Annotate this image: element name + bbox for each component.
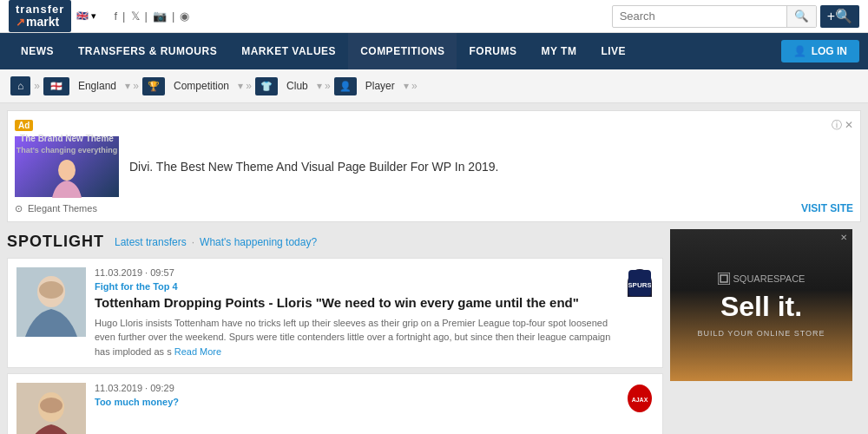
social-icons: f | 𝕏 | 📷 | ◉	[114, 10, 189, 23]
spotlight-links: Latest transfers · What's happening toda…	[115, 236, 317, 248]
article-2-body: 11.03.2019 · 09:29 Too much money?	[95, 383, 617, 434]
bc-arrow3: ▾ »	[238, 80, 252, 92]
svg-point-3	[39, 281, 63, 299]
club-label[interactable]: Club	[281, 76, 313, 95]
svg-text:AJAX: AJAX	[632, 397, 648, 403]
search-plus-button[interactable]: +🔍	[820, 5, 859, 28]
svg-rect-12	[720, 275, 727, 282]
nav-right: LOG IN	[781, 40, 859, 62]
instagram-icon[interactable]: 📷	[153, 10, 167, 23]
news-card-2: 11.03.2019 · 09:29 Too much money? AJAX	[7, 373, 663, 434]
nav-transfers[interactable]: TRANSFERS & RUMOURS	[66, 33, 229, 69]
bc-arrow4: ▾ »	[317, 80, 331, 92]
svg-point-8	[40, 398, 62, 413]
search-button[interactable]: 🔍	[786, 6, 816, 27]
advertiser-icon: ⊙	[15, 203, 23, 214]
ad-image: The Brand New Theme That's changing ever…	[15, 136, 119, 197]
nav-competitions[interactable]: COMPETITIONS	[348, 33, 457, 69]
main-nav: NEWS TRANSFERS & RUMOURS MARKET VALUES C…	[0, 33, 868, 69]
bc-arrow1: »	[34, 80, 40, 92]
svg-point-0	[58, 160, 76, 181]
news-card-1: 11.03.2019 · 09:57 Fight for the Top 4 T…	[7, 258, 663, 368]
ad-close-button[interactable]: ⓘ ✕	[832, 118, 853, 133]
competition-label[interactable]: Competition	[168, 76, 234, 95]
search-bar: 🔍	[612, 5, 817, 28]
squarespace-logo: SQUARESPACE	[718, 273, 806, 285]
article-2-badge: AJAX	[626, 383, 654, 414]
nav-live[interactable]: LIVE	[589, 33, 638, 69]
bc-club-item[interactable]: 👕 Club ▾ »	[255, 76, 331, 95]
nav-market-values[interactable]: MARKET VALUES	[229, 33, 348, 69]
logo[interactable]: transfer ↗markt 🇬🇧 ▾	[9, 0, 96, 32]
svg-rect-11	[718, 273, 730, 285]
ad-footer: ⊙ Elegant Themes VISIT SITE	[15, 202, 853, 214]
ad-banner: Ad ⓘ ✕ The Brand New Theme That's changi…	[7, 110, 861, 222]
bc-player-item[interactable]: 👤 Player ▾ »	[334, 76, 418, 95]
article-1-headline[interactable]: Tottenham Dropping Points - Lloris "We n…	[95, 294, 617, 312]
right-ad: ✕ SQUARESPACE Sell it. BUILD YOUR ONLINE…	[670, 229, 861, 434]
country-flag: 🏴󠁧󠁢󠁥󠁮󠁧󠁿	[43, 77, 69, 95]
club-icon: 👕	[255, 77, 278, 95]
article-1-category[interactable]: Fight for the Top 4	[95, 281, 617, 292]
country-label[interactable]: England	[73, 76, 122, 95]
bc-arrow5: ▾ »	[404, 80, 418, 92]
ad-person-icon	[45, 155, 89, 198]
spotlight-header: SPOTLIGHT Latest transfers · What's happ…	[7, 229, 663, 251]
happening-today-link[interactable]: What's happening today?	[200, 236, 317, 248]
advertiser-name: Elegant Themes	[28, 203, 97, 214]
dot-separator: ·	[192, 236, 194, 248]
ad-image-text: The Brand New Theme	[16, 134, 118, 143]
squarespace-ad[interactable]: ✕ SQUARESPACE Sell it. BUILD YOUR ONLINE…	[670, 229, 852, 381]
article-1-date: 11.03.2019 · 09:57	[95, 267, 617, 278]
bc-arrow2: ▾ »	[125, 80, 139, 92]
login-button[interactable]: LOG IN	[781, 40, 859, 62]
latest-transfers-link[interactable]: Latest transfers	[115, 236, 187, 248]
facebook-icon[interactable]: f	[114, 10, 117, 23]
ad-advertiser: ⊙ Elegant Themes	[15, 203, 97, 214]
ad-content: The Brand New Theme That's changing ever…	[15, 136, 853, 197]
ajax-badge: AJAX	[628, 385, 652, 412]
search-input[interactable]	[613, 10, 786, 23]
nav-forums[interactable]: FORUMS	[457, 33, 529, 69]
spotlight-title: SPOTLIGHT	[7, 233, 104, 251]
ad-description: Divi. The Best New Theme And Visual Page…	[129, 160, 498, 174]
top-bar: transfer ↗markt 🇬🇧 ▾ f | 𝕏 | 📷 | ◉ 🔍 +🔍	[0, 0, 868, 33]
sq-main-text: Sell it.	[720, 292, 802, 322]
competition-icon: 🏆	[142, 77, 165, 95]
spotlight-section: SPOTLIGHT Latest transfers · What's happ…	[7, 229, 663, 434]
article-2-category[interactable]: Too much money?	[95, 397, 617, 407]
nav-mytm[interactable]: MY TM	[529, 33, 589, 69]
bc-competition-item[interactable]: 🏆 Competition ▾ »	[142, 76, 252, 95]
rss-icon[interactable]: ◉	[180, 10, 189, 23]
svg-text:SPURS: SPURS	[628, 281, 651, 289]
separator: |	[122, 10, 125, 23]
ad-image-sub: That's changing everything	[16, 146, 118, 155]
article-2-thumbnail	[16, 383, 86, 434]
ajax-crest: AJAX	[628, 385, 651, 411]
article-1-thumbnail	[16, 267, 86, 337]
main-content: SPOTLIGHT Latest transfers · What's happ…	[0, 229, 868, 434]
article-2-date: 11.03.2019 · 09:29	[95, 383, 617, 393]
player-2-photo	[16, 383, 86, 434]
sq-ad-close[interactable]: ✕	[840, 233, 847, 242]
bc-home-item[interactable]: ⌂	[10, 76, 30, 95]
bc-country-item[interactable]: 🏴󠁧󠁢󠁥󠁮󠁧󠁿 England ▾ »	[43, 76, 139, 95]
ad-label: Ad	[15, 120, 33, 131]
logo-line1: transfer	[16, 3, 64, 16]
logo-line2: ↗markt	[16, 16, 64, 29]
twitter-icon[interactable]: 𝕏	[131, 10, 140, 23]
nav-news[interactable]: NEWS	[9, 33, 66, 69]
logo-box: transfer ↗markt	[9, 0, 71, 32]
article-1-read-more[interactable]: Read More	[174, 346, 221, 357]
squarespace-name: SQUARESPACE	[733, 273, 806, 284]
home-icon[interactable]: ⌂	[10, 76, 30, 95]
spurs-crest: SPURS	[628, 270, 651, 296]
article-1-badge: SPURS	[626, 267, 654, 299]
player-1-photo	[16, 267, 86, 337]
article-1-body: 11.03.2019 · 09:57 Fight for the Top 4 T…	[95, 267, 617, 358]
player-label[interactable]: Player	[360, 76, 400, 95]
visit-site-link[interactable]: VISIT SITE	[801, 202, 853, 214]
player-icon: 👤	[334, 77, 357, 95]
article-1-excerpt: Hugo Lloris insists Tottenham have no tr…	[95, 316, 617, 359]
squarespace-icon	[718, 273, 730, 285]
